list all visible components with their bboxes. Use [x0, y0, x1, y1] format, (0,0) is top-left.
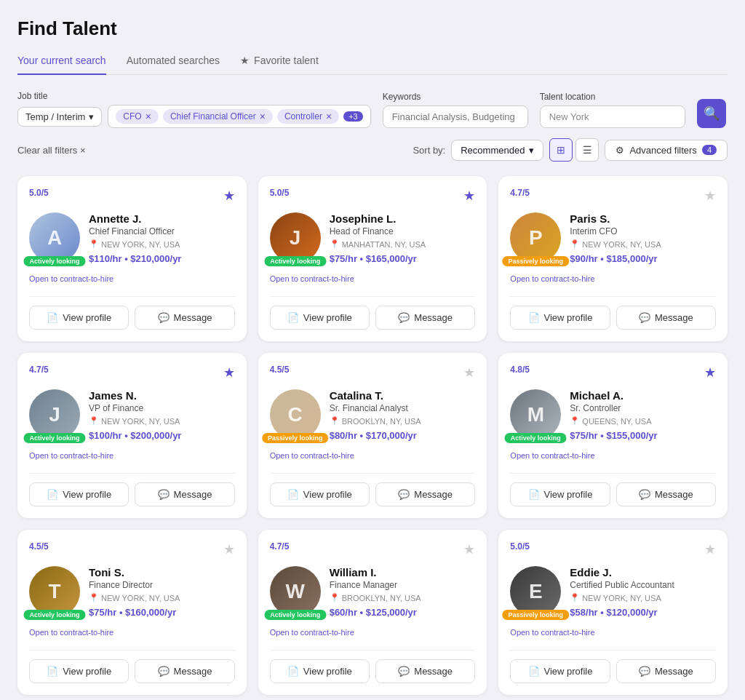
status-badge-2: Actively looking	[264, 256, 326, 266]
card-divider-9	[510, 650, 716, 651]
contract-label-9: Open to contract-to-hire	[510, 628, 716, 637]
tab-favorite[interactable]: ★ Favorite talent	[240, 55, 319, 75]
job-title-tags[interactable]: CFO × Chief Financial Officer × Controll…	[108, 105, 370, 128]
message-button-2[interactable]: 💬 Message	[375, 306, 475, 330]
message-button-5[interactable]: 💬 Message	[375, 482, 475, 506]
document-icon-3: 📄	[528, 312, 540, 323]
job-title-filter: Job title Temp / Interim ▾ CFO × Chief F…	[17, 91, 371, 128]
profile-info-2: Josephine L. Head of Finance 📍 MANHATTAN…	[330, 212, 476, 264]
location-pin-icon-2: 📍	[330, 239, 340, 249]
tab-automated[interactable]: Automated searches	[127, 55, 220, 75]
profile-location-4: 📍 NEW YORK, NY, USA	[89, 416, 235, 426]
favorite-star-7[interactable]: ★	[223, 541, 235, 557]
card-actions-2: 📄 View profile 💬 Message	[270, 306, 476, 330]
card-profile-3: P Passively looking Paris S. Interim CFO…	[510, 212, 716, 264]
tab-current-search[interactable]: Your current search	[17, 55, 106, 75]
status-badge-1: Actively looking	[23, 256, 85, 266]
message-icon-8: 💬	[398, 666, 410, 677]
card-header-6: 4.8/5 ★	[510, 365, 716, 381]
profile-location-1: 📍 NEW YORK, NY, USA	[89, 239, 235, 249]
view-profile-button-9[interactable]: 📄 View profile	[510, 659, 610, 683]
tag-cfo[interactable]: CFO ×	[116, 109, 159, 124]
view-profile-button-1[interactable]: 📄 View profile	[29, 306, 129, 330]
favorite-star-8[interactable]: ★	[463, 541, 475, 557]
document-icon-2: 📄	[287, 312, 299, 323]
sort-value: Recommended	[461, 145, 525, 156]
actions-row: Clear all filters × Sort by: Recommended…	[17, 138, 728, 162]
contract-label-1: Open to contract-to-hire	[29, 274, 235, 283]
talent-card-6: 4.8/5 ★ M Actively looking Michael A. Sr…	[498, 353, 728, 518]
favorite-star-2[interactable]: ★	[463, 188, 475, 204]
remove-cfo-icon[interactable]: ×	[146, 111, 151, 122]
profile-title-8: Finance Manager	[330, 580, 476, 590]
card-score-1: 5.0/5	[29, 188, 49, 198]
card-actions-8: 📄 View profile 💬 Message	[270, 659, 476, 683]
tag-controller[interactable]: Controller ×	[277, 109, 339, 124]
card-profile-8: W Actively looking William I. Finance Ma…	[270, 566, 476, 618]
profile-info-6: Michael A. Sr. Controller 📍 QUEENS, NY, …	[570, 389, 716, 441]
card-divider-8	[270, 650, 476, 651]
message-button-7[interactable]: 💬 Message	[135, 659, 234, 683]
keywords-input[interactable]	[383, 106, 528, 128]
interim-dropdown[interactable]: Temp / Interim ▾	[17, 107, 102, 127]
message-button-1[interactable]: 💬 Message	[135, 306, 234, 330]
search-icon: 🔍	[704, 106, 720, 122]
favorite-star-4[interactable]: ★	[223, 365, 235, 381]
avatar-wrap-1: A Actively looking	[29, 212, 80, 263]
remove-controller-icon[interactable]: ×	[326, 111, 332, 122]
message-button-3[interactable]: 💬 Message	[616, 306, 716, 330]
profile-name-3: Paris S.	[570, 212, 716, 225]
profile-name-9: Eddie J.	[570, 566, 716, 578]
filter-icon: ⚙	[615, 145, 624, 156]
list-view-button[interactable]: ☰	[575, 138, 599, 162]
favorite-star-6[interactable]: ★	[704, 365, 716, 381]
tag-cfo-full[interactable]: Chief Financial Officer ×	[163, 109, 273, 124]
keywords-filter: Keywords	[383, 92, 528, 128]
view-profile-button-5[interactable]: 📄 View profile	[270, 482, 370, 506]
location-pin-icon-7: 📍	[89, 593, 99, 602]
location-input[interactable]	[540, 106, 685, 128]
document-icon-7: 📄	[47, 666, 58, 677]
profile-location-2: 📍 MANHATTAN, NY, USA	[330, 239, 476, 249]
message-icon-1: 💬	[158, 312, 170, 323]
tab-automated-label: Automated searches	[127, 55, 220, 66]
contract-label-3: Open to contract-to-hire	[510, 274, 716, 283]
view-profile-button-7[interactable]: 📄 View profile	[29, 659, 129, 683]
card-divider-7	[29, 650, 235, 651]
card-header-5: 4.5/5 ★	[270, 365, 476, 381]
view-profile-button-2[interactable]: 📄 View profile	[270, 306, 370, 330]
favorite-star-1[interactable]: ★	[223, 188, 235, 204]
document-icon-9: 📄	[528, 666, 540, 677]
card-profile-5: C Passively looking Catalina T. Sr. Fina…	[270, 389, 476, 441]
favorite-star-5[interactable]: ★	[463, 365, 475, 381]
clear-filters-button[interactable]: Clear all filters ×	[17, 145, 86, 156]
favorite-star-9[interactable]: ★	[704, 541, 716, 557]
card-actions-5: 📄 View profile 💬 Message	[270, 482, 476, 506]
view-profile-button-4[interactable]: 📄 View profile	[29, 482, 129, 506]
message-button-8[interactable]: 💬 Message	[375, 659, 475, 683]
sort-dropdown[interactable]: Recommended ▾	[451, 140, 543, 161]
contract-label-4: Open to contract-to-hire	[29, 451, 235, 460]
view-profile-button-8[interactable]: 📄 View profile	[270, 659, 370, 683]
advanced-filters-button[interactable]: ⚙ Advanced filters 4	[605, 140, 728, 161]
grid-view-button[interactable]: ⊞	[549, 138, 573, 162]
profile-title-5: Sr. Financial Analyst	[330, 403, 476, 413]
card-header-3: 4.7/5 ★	[510, 188, 716, 204]
message-button-4[interactable]: 💬 Message	[135, 482, 234, 506]
remove-cfo-full-icon[interactable]: ×	[260, 111, 266, 122]
card-divider-1	[29, 296, 235, 297]
adv-filters-label: Advanced filters	[629, 145, 697, 156]
view-profile-button-3[interactable]: 📄 View profile	[510, 306, 610, 330]
avatar-wrap-9: E Passively looking	[510, 566, 561, 617]
message-button-9[interactable]: 💬 Message	[616, 659, 716, 683]
card-actions-7: 📄 View profile 💬 Message	[29, 659, 235, 683]
tab-bar: Your current search Automated searches ★…	[17, 55, 728, 75]
search-button[interactable]: 🔍	[697, 99, 726, 128]
card-header-9: 5.0/5 ★	[510, 541, 716, 557]
favorite-star-3[interactable]: ★	[704, 188, 716, 204]
job-title-label: Job title	[17, 91, 371, 101]
message-button-6[interactable]: 💬 Message	[616, 482, 716, 506]
card-header-7: 4.5/5 ★	[29, 541, 235, 557]
card-actions-4: 📄 View profile 💬 Message	[29, 482, 235, 506]
view-profile-button-6[interactable]: 📄 View profile	[510, 482, 610, 506]
